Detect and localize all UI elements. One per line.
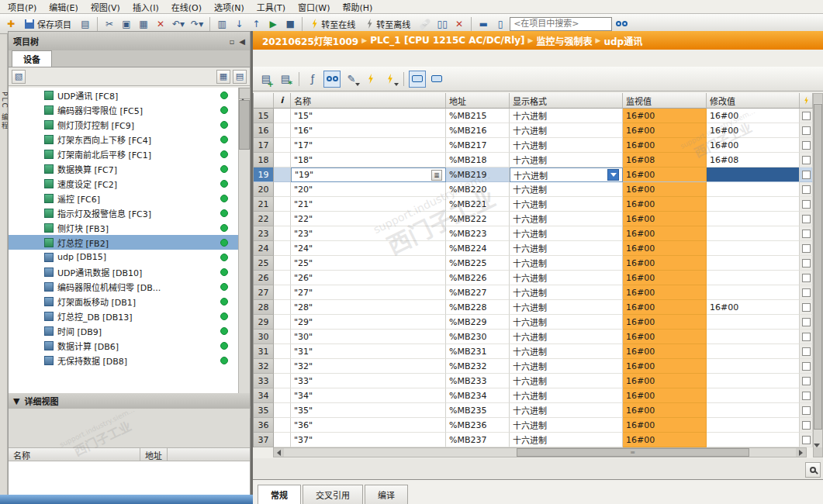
address-cell[interactable]: %MB220 [446, 182, 510, 197]
search-project-icon[interactable] [614, 16, 630, 32]
modify-value-cell[interactable] [707, 359, 800, 374]
header-address[interactable]: 地址 [446, 93, 510, 109]
tree-item[interactable]: 速度设定 [FC2] [9, 176, 250, 191]
modify-enable-cell[interactable] [800, 285, 813, 300]
modify-checkbox[interactable] [802, 141, 811, 150]
modify-checkbox[interactable] [802, 230, 811, 238]
name-cell[interactable]: "15"≣ [291, 109, 446, 123]
table-row[interactable]: 31 "31"≣ %MB231 十六进制 16#00 [254, 344, 813, 359]
modify-enable-cell[interactable] [800, 182, 813, 197]
table-row[interactable]: 28 "28"≣ %MB228 十六进制 16#00 16#00 [254, 300, 813, 315]
name-cell[interactable]: "20"≣ [291, 182, 446, 197]
format-cell[interactable]: 十六进制 [510, 123, 623, 138]
row-number-cell[interactable]: 16 [254, 123, 274, 138]
modify-checkbox[interactable] [802, 288, 811, 297]
name-cell[interactable]: "18"≣ [291, 153, 446, 167]
modify-value-cell[interactable] [707, 212, 800, 226]
format-cell[interactable]: 十六进制 [510, 330, 623, 344]
breadcrumb-item[interactable]: PLC_1 [CPU 1215C AC/DC/Rly] [370, 35, 524, 46]
address-cell[interactable]: %MB227 [446, 285, 510, 300]
sort-icon[interactable]: ▧ [12, 70, 26, 84]
format-cell[interactable]: 十六进制 [510, 256, 623, 271]
modify-enable-cell[interactable] [800, 271, 813, 285]
row-number-cell[interactable]: 32 [254, 359, 274, 374]
name-cell[interactable]: "23"≣ [291, 226, 446, 241]
menu-item[interactable]: 工具(T) [251, 0, 292, 14]
modify-checkbox[interactable] [802, 200, 811, 209]
scroll-thumb[interactable]: ≡ [517, 448, 749, 457]
cell-options-icon[interactable]: ≣ [431, 170, 442, 181]
modify-checkbox[interactable] [802, 333, 811, 341]
modify-checkbox[interactable] [802, 406, 811, 415]
modify-value-cell[interactable] [707, 315, 800, 330]
modify-value-cell[interactable]: 16#00 [707, 123, 800, 138]
format-cell[interactable]: 十六进制 [510, 182, 623, 197]
table-row[interactable]: 27 "27"≣ %MB227 十六进制 16#00 [254, 285, 813, 300]
format-cell[interactable]: 十六进制 [510, 212, 623, 226]
plc-programming-side-tab[interactable]: PLC 编程 [0, 91, 8, 130]
close-window-icon[interactable]: ✕ [451, 16, 467, 32]
modify-value-cell[interactable] [707, 167, 800, 182]
table-row[interactable]: 18 "18"≣ %MB218 十六进制 16#08 16#08 [254, 153, 813, 167]
modify-value-cell[interactable]: 16#00 [707, 300, 800, 315]
tree-item[interactable]: 数据计算 [DB6] [9, 338, 250, 353]
detail-view-header[interactable]: ▼ 详细视图 [9, 393, 250, 409]
format-cell[interactable]: 十六进制 [510, 241, 623, 256]
insert-row-icon[interactable]: ▤ [258, 71, 275, 88]
pin-panel-icon[interactable]: ▫ [230, 37, 235, 46]
address-cell[interactable]: %MB222 [446, 212, 510, 226]
search-input[interactable] [510, 17, 612, 31]
table-row[interactable]: 22 "22"≣ %MB222 十六进制 16#00 [254, 212, 813, 226]
address-cell[interactable]: %MB237 [446, 433, 510, 447]
modify-checkbox[interactable] [802, 303, 811, 312]
modify-value-cell[interactable] [707, 241, 800, 256]
menu-item[interactable]: 项目(P) [2, 0, 43, 14]
delete-icon[interactable]: ✕ [153, 16, 168, 32]
modify-value-cell[interactable] [707, 330, 800, 344]
modify-with-trigger-icon[interactable] [382, 71, 399, 88]
modify-value-cell[interactable] [707, 182, 800, 197]
scroll-right-icon[interactable] [796, 448, 806, 457]
tree-item[interactable]: 编码器归零限位 [FC5] [9, 102, 250, 117]
name-cell[interactable]: "19"≣ [291, 167, 446, 182]
bottom-tab[interactable]: 编译 [365, 485, 408, 504]
modify-checkbox[interactable] [802, 347, 811, 356]
name-cell[interactable]: "25"≣ [291, 256, 446, 271]
scroll-up-icon[interactable] [239, 88, 251, 99]
new-project-icon[interactable]: ✚ [3, 16, 19, 32]
table-row[interactable]: 16 "16"≣ %MB216 十六进制 16#00 16#00 [254, 123, 813, 138]
go-online-button[interactable]: 转至在线 [306, 16, 360, 32]
tree-item[interactable]: UDP通讯数据 [DB10] [9, 264, 250, 279]
table-row[interactable]: 35 "35"≣ %MB235 十六进制 16#00 [254, 403, 813, 418]
table-row[interactable]: 30 "30"≣ %MB230 十六进制 16#00 [254, 330, 813, 344]
modify-value-cell[interactable]: 16#00 [707, 109, 800, 123]
table-row[interactable]: 29 "29"≣ %MB229 十六进制 16#00 [254, 315, 813, 330]
download-icon[interactable]: ↓ [231, 16, 247, 32]
modify-checkbox[interactable] [802, 126, 811, 135]
modify-enable-cell[interactable] [800, 374, 813, 388]
modify-enable-cell[interactable] [800, 153, 813, 167]
row-number-cell[interactable]: 31 [254, 344, 274, 359]
scroll-down-icon[interactable] [814, 447, 822, 457]
modify-value-cell[interactable] [707, 418, 800, 433]
start-cpu-icon[interactable]: ▶ [265, 16, 281, 32]
row-number-cell[interactable]: 15 [254, 109, 274, 123]
scroll-up-icon[interactable] [814, 94, 822, 103]
row-number-cell[interactable]: 26 [254, 271, 274, 285]
table-row[interactable]: 25 "25"≣ %MB225 十六进制 16#00 [254, 256, 813, 271]
format-cell[interactable]: 十六进制 [510, 138, 623, 153]
table-row[interactable]: 26 "26"≣ %MB226 十六进制 16#00 [254, 271, 813, 285]
modify-value-cell[interactable] [707, 433, 800, 447]
address-cell[interactable]: %MB235 [446, 403, 510, 418]
address-cell[interactable]: %MB219 [446, 167, 510, 182]
table-row[interactable]: 32 "32"≣ %MB232 十六进制 16#00 [254, 359, 813, 374]
tree-item[interactable]: 灯总控_DB [DB13] [9, 309, 250, 323]
name-cell[interactable]: "31"≣ [291, 344, 446, 359]
modify-checkbox[interactable] [802, 362, 811, 371]
copy-icon[interactable]: ▣ [119, 16, 134, 32]
modify-enable-cell[interactable] [800, 315, 813, 330]
modify-checkbox[interactable] [802, 274, 811, 282]
row-number-cell[interactable]: 35 [254, 403, 274, 418]
format-cell[interactable]: 十六进制 [510, 359, 623, 374]
row-number-cell[interactable]: 33 [254, 374, 274, 388]
